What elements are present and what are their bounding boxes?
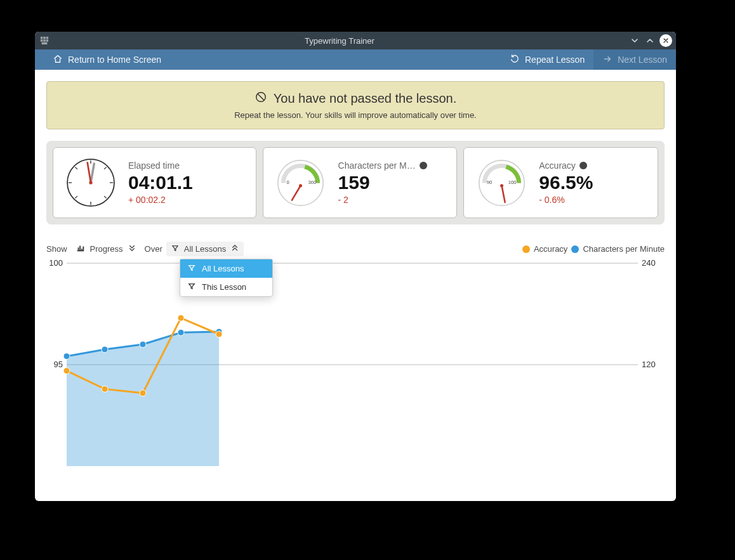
over-label: Over — [145, 244, 162, 254]
stat-cpm: 0 360 Characters per M… 159 - 2 — [263, 147, 458, 218]
menu-all-label: All Lessons — [202, 264, 244, 273]
menu-this-label: This Lesson — [202, 282, 246, 292]
acc-value: 96.5% — [539, 172, 649, 193]
legend-cpm: Characters per Minute — [583, 244, 665, 254]
svg-rect-3 — [41, 39, 43, 42]
home-icon — [53, 54, 63, 66]
stat-accuracy: 90 100 Accuracy 96.5% - 0.6% — [463, 147, 658, 218]
clock-icon — [62, 154, 119, 211]
elapsed-value: 04:01.1 — [128, 172, 247, 193]
svg-point-36 — [63, 353, 70, 360]
over-dropdown[interactable]: All Lessons — [166, 242, 244, 256]
stat-elapsed: Elapsed time 04:01.1 + 00:02.2 — [53, 147, 256, 218]
chevron-double-up-icon — [231, 244, 239, 254]
acc-target-dot-icon — [579, 162, 587, 169]
chart-controls: Show Progress Over All Lessons — [46, 241, 665, 257]
refresh-icon — [510, 54, 520, 66]
next-label: Next Lesson — [618, 55, 667, 65]
stats-band: Elapsed time 04:01.1 + 00:02.2 0 360 — [46, 141, 665, 225]
menu-this-lesson[interactable]: This Lesson — [180, 278, 272, 296]
legend-swatch-accuracy — [522, 245, 530, 253]
next-button[interactable]: Next Lesson — [593, 49, 676, 70]
app-icon — [39, 35, 50, 46]
toolbar: Return to Home Screen Repeat Lesson Next… — [35, 49, 676, 70]
app-window: Typewriting Trainer Return to Home Scree… — [35, 32, 676, 501]
svg-point-38 — [140, 341, 146, 348]
svg-rect-5 — [46, 39, 49, 42]
menu-all-lessons[interactable]: All Lessons — [180, 259, 272, 278]
acc-delta: - 0.6% — [539, 195, 649, 205]
home-button[interactable]: Return to Home Screen — [44, 49, 170, 70]
svg-rect-1 — [43, 37, 46, 39]
progress-chart: 95100120240 — [46, 257, 665, 466]
cpm-target-dot-icon — [420, 162, 427, 169]
svg-point-44 — [178, 315, 184, 321]
progress-label: Progress — [90, 244, 123, 254]
legend-accuracy: Accuracy — [534, 244, 567, 254]
titlebar[interactable]: Typewriting Trainer — [35, 32, 676, 49]
cpm-value: 159 — [338, 172, 448, 193]
show-label: Show — [46, 244, 67, 254]
show-dropdown[interactable]: Progress — [71, 241, 141, 257]
svg-text:100: 100 — [508, 179, 516, 185]
banner-title: You have not passed the lesson. — [274, 91, 456, 106]
svg-point-29 — [500, 184, 503, 187]
minimize-button[interactable] — [629, 35, 640, 46]
svg-point-42 — [102, 386, 108, 392]
filter-label: All Lessons — [184, 244, 226, 254]
svg-point-45 — [216, 331, 222, 337]
elapsed-delta: + 00:02.2 — [128, 195, 247, 205]
svg-point-39 — [178, 329, 184, 335]
window-title: Typewriting Trainer — [50, 36, 629, 46]
svg-point-37 — [102, 346, 108, 353]
svg-point-19 — [89, 181, 92, 184]
arrow-right-icon — [602, 54, 612, 66]
chart-icon — [76, 244, 85, 254]
acc-label: Accuracy — [539, 160, 576, 171]
elapsed-label: Elapsed time — [128, 160, 247, 171]
cpm-delta: - 2 — [338, 195, 448, 205]
svg-text:240: 240 — [642, 258, 656, 268]
svg-text:95: 95 — [54, 360, 63, 369]
svg-rect-4 — [43, 39, 46, 42]
svg-rect-2 — [46, 37, 49, 39]
cpm-gauge-icon: 0 360 — [272, 154, 329, 211]
svg-text:0: 0 — [286, 179, 289, 185]
home-label: Return to Home Screen — [68, 55, 161, 65]
repeat-button[interactable]: Repeat Lesson — [501, 49, 593, 70]
titlebar-buttons — [629, 34, 672, 47]
cpm-label: Characters per M… — [338, 160, 416, 171]
acc-gauge-icon: 90 100 — [473, 154, 530, 211]
svg-rect-0 — [41, 37, 43, 39]
svg-text:100: 100 — [49, 258, 63, 268]
svg-point-24 — [299, 184, 302, 187]
svg-text:120: 120 — [642, 360, 656, 369]
filter-icon — [171, 244, 179, 254]
status-banner: You have not passed the lesson. Repeat t… — [46, 81, 665, 129]
close-button[interactable] — [659, 34, 672, 47]
filter-icon — [188, 264, 195, 273]
svg-text:360: 360 — [308, 179, 316, 185]
filter-icon — [188, 282, 195, 292]
legend-swatch-cpm — [571, 245, 579, 253]
banner-subtitle: Repeat the lesson. Your skills will impr… — [60, 110, 651, 120]
filter-menu: All Lessons This Lesson — [180, 259, 273, 297]
svg-point-43 — [140, 390, 146, 396]
svg-point-41 — [63, 368, 70, 374]
svg-text:90: 90 — [486, 179, 492, 185]
repeat-label: Repeat Lesson — [525, 55, 585, 65]
prohibit-icon — [255, 91, 267, 107]
chevron-double-down-icon — [128, 244, 136, 254]
svg-rect-6 — [42, 42, 48, 45]
maximize-button[interactable] — [644, 35, 656, 46]
